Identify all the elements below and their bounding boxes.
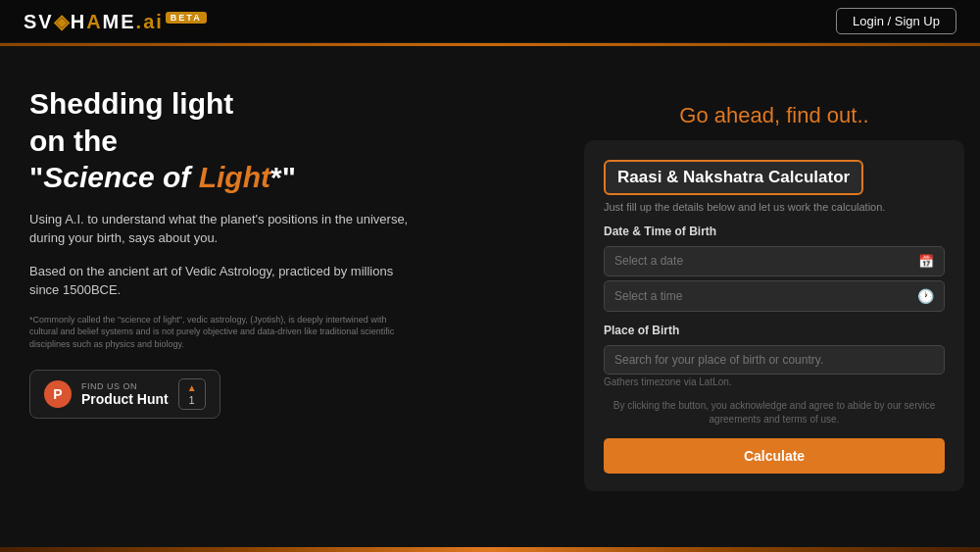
disclaimer-text: *Commonly called the "science of light",… <box>29 314 402 351</box>
date-input-row[interactable]: 📅 <box>604 246 945 276</box>
hero-subtitle1: Using A.I. to understand what the planet… <box>29 210 421 248</box>
datetime-label: Date & Time of Birth <box>604 225 945 238</box>
navbar: SV◈HAME.aiBETA Login / Sign Up <box>0 0 980 43</box>
hero-title: Shedding light on the "Science of Light*… <box>29 85 539 196</box>
main-content: Shedding light on the "Science of Light*… <box>0 46 980 547</box>
product-hunt-text: FIND US ON Product Hunt <box>81 381 169 407</box>
terms-text: By clicking the button, you acknowledge … <box>604 399 945 427</box>
calculator-subtitle: Just fill up the details below and let u… <box>604 201 945 213</box>
product-hunt-badge[interactable]: P FIND US ON Product Hunt ▲ 1 <box>29 370 220 419</box>
beta-badge: BETA <box>166 12 207 24</box>
upvote-arrow: ▲ <box>187 382 197 393</box>
section-heading: Go ahead, find out.. <box>584 103 964 128</box>
calculator-card: Raasi & Nakshatra Calculator Just fill u… <box>584 140 964 491</box>
place-input[interactable] <box>614 353 934 367</box>
left-panel: Shedding light on the "Science of Light*… <box>0 46 568 547</box>
place-field-group: Place of Birth Gathers timezone via LatL… <box>604 324 945 387</box>
hero-subtitle2: Based on the ancient art of Vedic Astrol… <box>29 262 421 300</box>
place-input-row[interactable] <box>604 345 945 375</box>
product-hunt-name: Product Hunt <box>81 391 169 407</box>
place-label: Place of Birth <box>604 324 945 337</box>
place-note: Gathers timezone via LatLon. <box>604 376 945 387</box>
time-input[interactable] <box>614 289 909 303</box>
product-hunt-find-label: FIND US ON <box>81 381 169 391</box>
upvote-count: 1 <box>189 394 195 406</box>
calendar-icon: 📅 <box>918 254 934 269</box>
login-button[interactable]: Login / Sign Up <box>836 8 956 34</box>
logo: SV◈HAME.aiBETA <box>24 10 207 33</box>
right-panel: Go ahead, find out.. Raasi & Nakshatra C… <box>568 46 980 547</box>
calculator-title: Raasi & Nakshatra Calculator <box>604 160 863 195</box>
clock-icon: 🕐 <box>917 288 934 304</box>
datetime-field-group: Date & Time of Birth 📅 🕐 <box>604 225 945 312</box>
date-input[interactable] <box>614 254 910 268</box>
logo-container: SV◈HAME.aiBETA <box>24 10 207 33</box>
bottom-strip <box>0 547 980 552</box>
product-hunt-icon: P <box>44 380 72 408</box>
product-hunt-upvotes[interactable]: ▲ 1 <box>178 378 206 410</box>
calculate-button[interactable]: Calculate <box>604 438 945 474</box>
time-input-row[interactable]: 🕐 <box>604 280 945 312</box>
